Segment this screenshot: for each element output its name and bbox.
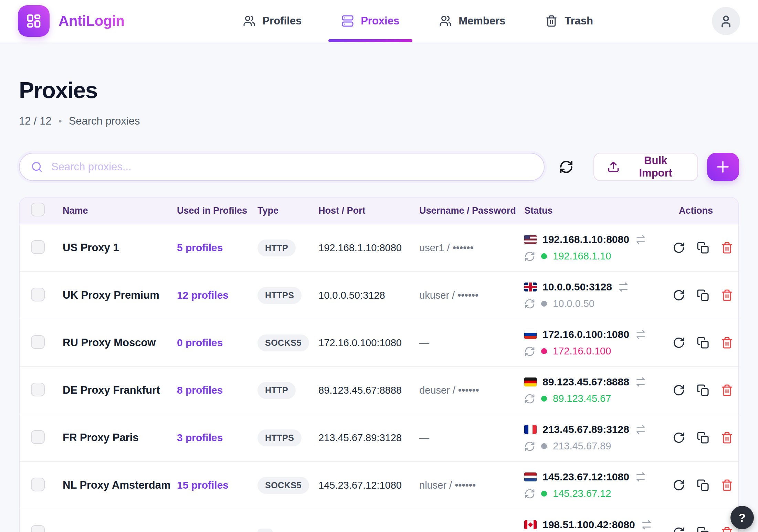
used-in-profiles-link[interactable]: 12 profiles — [177, 289, 229, 301]
table-row: RU Proxy Moscow 0 profiles SOCKS5 172.16… — [20, 319, 738, 367]
check-proxy-icon[interactable] — [524, 298, 535, 309]
help-button[interactable]: ? — [730, 506, 754, 529]
row-delete-button[interactable] — [721, 479, 733, 491]
proxy-name: UK Proxy Premium — [63, 289, 177, 301]
tab-trash[interactable]: Trash — [543, 0, 595, 42]
brand[interactable]: AntiLogin — [18, 5, 124, 37]
row-checkbox[interactable] — [31, 288, 45, 301]
app-title: AntiLogin — [59, 13, 124, 29]
row-refresh-button[interactable] — [673, 242, 685, 254]
row-checkbox[interactable] — [31, 430, 45, 444]
row-checkbox[interactable] — [31, 525, 45, 532]
proxy-name: DE Proxy Frankfurt — [63, 384, 177, 396]
used-in-profiles-link[interactable]: 0 profiles — [177, 337, 223, 348]
status-host-line: 198.51.100.42:8080 — [524, 519, 668, 531]
status-dot — [541, 396, 547, 402]
status-host: 145.23.67.12:1080 — [543, 471, 629, 483]
trash-icon — [545, 15, 558, 27]
row-copy-button[interactable] — [697, 242, 709, 254]
check-proxy-icon[interactable] — [524, 251, 535, 262]
check-proxy-icon[interactable] — [524, 488, 535, 499]
used-in-profiles-link[interactable]: 15 profiles — [177, 479, 229, 491]
row-delete-button[interactable] — [721, 337, 733, 349]
add-proxy-button[interactable] — [707, 153, 739, 181]
swap-icon[interactable] — [635, 234, 646, 245]
used-in-profiles-link[interactable]: 3 profiles — [177, 432, 223, 443]
host-port: 192.168.1.10:8080 — [318, 242, 419, 254]
page-title: Proxies — [19, 77, 739, 103]
proxy-type-badge — [257, 529, 273, 532]
refresh-all-button[interactable] — [559, 160, 573, 174]
host-port: 145.23.67.12:1080 — [318, 480, 419, 491]
credentials: deuser / •••••• — [419, 385, 524, 396]
row-delete-button[interactable] — [721, 384, 733, 396]
table-row: DE Proxy Frankfurt 8 profiles HTTP 89.12… — [20, 367, 738, 414]
row-copy-button[interactable] — [697, 479, 709, 491]
host-port: 213.45.67.89:3128 — [318, 432, 419, 444]
proxy-type-badge: SOCKS5 — [257, 334, 309, 351]
row-delete-button[interactable] — [721, 289, 733, 301]
row-delete-button[interactable] — [721, 242, 733, 254]
tab-proxies[interactable]: Proxies — [339, 0, 401, 42]
row-refresh-button[interactable] — [673, 384, 685, 396]
row-delete-button[interactable] — [721, 432, 733, 444]
header-name: Name — [63, 205, 177, 216]
check-proxy-icon[interactable] — [524, 393, 535, 404]
row-refresh-button[interactable] — [673, 289, 685, 301]
status-host-line: 172.16.0.100:1080 — [524, 329, 668, 340]
country-flag — [524, 330, 537, 339]
search-input[interactable] — [51, 161, 533, 173]
header-host-port: Host / Port — [318, 205, 419, 216]
row-copy-button[interactable] — [697, 337, 709, 349]
swap-icon[interactable] — [641, 519, 652, 530]
status-host: 172.16.0.100:1080 — [543, 329, 629, 340]
row-checkbox[interactable] — [31, 240, 45, 254]
tab-members[interactable]: Members — [437, 0, 507, 42]
swap-icon[interactable] — [635, 376, 646, 387]
status-dot — [541, 443, 547, 449]
row-copy-button[interactable] — [697, 432, 709, 444]
row-delete-button[interactable] — [721, 526, 733, 532]
select-all-checkbox[interactable] — [31, 203, 45, 216]
tab-profiles[interactable]: Profiles — [241, 0, 304, 42]
user-avatar[interactable] — [712, 7, 740, 35]
refresh-icon — [559, 160, 573, 174]
proxy-type-badge: HTTPS — [257, 287, 302, 304]
proxy-name: RU Proxy Moscow — [63, 337, 177, 349]
status-ip: 192.168.1.10 — [553, 251, 611, 262]
search-icon — [31, 161, 43, 173]
row-refresh-button[interactable] — [673, 479, 685, 491]
row-checkbox[interactable] — [31, 478, 45, 491]
status-ip: 172.16.0.100 — [553, 345, 611, 357]
check-proxy-icon[interactable] — [524, 441, 535, 452]
status-host-line: 213.45.67.89:3128 — [524, 424, 668, 435]
swap-icon[interactable] — [618, 281, 629, 292]
swap-icon[interactable] — [635, 424, 646, 435]
nav-tabs: Profiles Proxies Members — [241, 0, 595, 42]
swap-icon[interactable] — [635, 471, 646, 482]
host-port: 89.123.45.67:8888 — [318, 385, 419, 396]
top-nav: AntiLogin Profiles Proxies — [0, 0, 758, 42]
row-refresh-button[interactable] — [673, 432, 685, 444]
swap-icon[interactable] — [635, 329, 646, 340]
proxy-type-badge: HTTPS — [257, 429, 302, 446]
country-flag — [524, 235, 537, 244]
users-icon — [243, 15, 255, 27]
row-copy-button[interactable] — [697, 384, 709, 396]
used-in-profiles-link[interactable]: 5 profiles — [177, 242, 223, 253]
tab-label: Proxies — [361, 15, 399, 27]
status-check-line: 89.123.45.67 — [524, 393, 668, 404]
check-proxy-icon[interactable] — [524, 346, 535, 357]
row-refresh-button[interactable] — [673, 337, 685, 349]
row-checkbox[interactable] — [31, 383, 45, 396]
bulk-import-button[interactable]: Bulk Import — [593, 153, 698, 181]
row-copy-button[interactable] — [697, 526, 709, 532]
row-refresh-button[interactable] — [673, 526, 685, 532]
row-checkbox[interactable] — [31, 335, 45, 349]
users-icon — [439, 15, 452, 27]
status-dot — [541, 491, 547, 497]
host-port: 10.0.0.50:3128 — [318, 290, 419, 301]
app-logo — [18, 5, 50, 37]
used-in-profiles-link[interactable]: 8 profiles — [177, 384, 223, 396]
row-copy-button[interactable] — [697, 289, 709, 301]
